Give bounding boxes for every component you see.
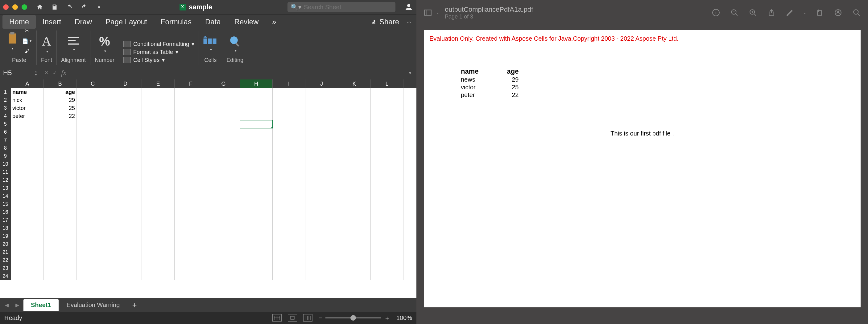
cell[interactable] <box>44 136 76 144</box>
cell[interactable] <box>338 144 371 152</box>
home-qat-button[interactable] <box>35 2 45 12</box>
cell[interactable] <box>273 272 305 280</box>
cell[interactable] <box>109 176 142 184</box>
cell[interactable] <box>240 176 273 184</box>
cell[interactable] <box>76 200 109 208</box>
cell[interactable] <box>44 128 76 136</box>
pdf-rotate-button[interactable] <box>814 7 825 18</box>
row-header[interactable]: 9 <box>0 152 11 160</box>
font-button[interactable]: A <box>42 34 51 53</box>
column-header-K[interactable]: K <box>338 79 371 88</box>
sheet-tab[interactable]: Evaluation Warning <box>59 299 127 311</box>
cell[interactable] <box>175 168 207 176</box>
cell[interactable] <box>338 128 371 136</box>
cell[interactable] <box>305 168 338 176</box>
cell[interactable] <box>109 120 142 128</box>
cell[interactable] <box>371 240 403 248</box>
cell[interactable] <box>76 208 109 216</box>
cell[interactable]: 25 <box>44 104 76 112</box>
cell[interactable] <box>142 232 175 240</box>
cell[interactable] <box>338 184 371 192</box>
cell[interactable] <box>371 96 403 104</box>
cell[interactable] <box>175 192 207 200</box>
cell[interactable] <box>273 184 305 192</box>
cell[interactable] <box>338 200 371 208</box>
cell[interactable] <box>371 88 403 96</box>
cell[interactable] <box>338 216 371 224</box>
column-header-F[interactable]: F <box>175 79 207 88</box>
cell[interactable]: victor <box>11 104 44 112</box>
row-header[interactable]: 5 <box>0 120 11 128</box>
cell[interactable] <box>109 112 142 120</box>
account-icon[interactable] <box>404 2 413 12</box>
cell[interactable] <box>305 264 338 272</box>
cell[interactable] <box>273 136 305 144</box>
column-header-C[interactable]: C <box>76 79 109 88</box>
cell[interactable] <box>142 160 175 168</box>
cell[interactable] <box>175 200 207 208</box>
cell[interactable] <box>240 88 273 96</box>
cell[interactable] <box>273 96 305 104</box>
cell[interactable] <box>142 216 175 224</box>
cell[interactable] <box>175 176 207 184</box>
cell[interactable] <box>11 128 44 136</box>
cell[interactable] <box>305 224 338 232</box>
cell[interactable]: 22 <box>44 112 76 120</box>
cell[interactable] <box>338 168 371 176</box>
cell[interactable] <box>11 208 44 216</box>
cell[interactable] <box>11 264 44 272</box>
cell[interactable] <box>109 160 142 168</box>
cell[interactable] <box>240 160 273 168</box>
cell-styles-button[interactable]: Cell Styles▾ <box>123 57 194 64</box>
cell[interactable] <box>240 224 273 232</box>
cell[interactable] <box>142 144 175 152</box>
cell[interactable] <box>109 256 142 264</box>
cell[interactable] <box>273 144 305 152</box>
cell[interactable] <box>76 232 109 240</box>
cell[interactable] <box>240 136 273 144</box>
cell[interactable] <box>371 152 403 160</box>
cell[interactable] <box>305 96 338 104</box>
normal-view-button[interactable] <box>272 314 282 322</box>
cell[interactable] <box>240 152 273 160</box>
cell[interactable] <box>76 248 109 256</box>
save-button[interactable] <box>49 2 60 12</box>
cell[interactable] <box>44 184 76 192</box>
tabs-overflow[interactable]: » <box>265 15 283 29</box>
row-header[interactable]: 6 <box>0 128 11 136</box>
select-all-cell[interactable] <box>0 79 11 88</box>
cell[interactable] <box>273 128 305 136</box>
cell[interactable] <box>207 192 240 200</box>
cell[interactable] <box>273 88 305 96</box>
cell[interactable] <box>273 160 305 168</box>
expand-formula-bar-button[interactable]: ▾ <box>409 71 416 75</box>
cell[interactable] <box>11 152 44 160</box>
cell[interactable] <box>109 200 142 208</box>
cell[interactable] <box>109 240 142 248</box>
cell[interactable] <box>109 88 142 96</box>
cell[interactable] <box>207 200 240 208</box>
cell[interactable] <box>207 256 240 264</box>
cell[interactable] <box>76 240 109 248</box>
cell[interactable] <box>76 152 109 160</box>
cell[interactable] <box>207 112 240 120</box>
cell[interactable] <box>207 168 240 176</box>
cell[interactable] <box>371 176 403 184</box>
cell[interactable] <box>338 136 371 144</box>
row-header[interactable]: 14 <box>0 192 11 200</box>
cell[interactable] <box>371 248 403 256</box>
cell[interactable] <box>175 248 207 256</box>
cell[interactable] <box>273 264 305 272</box>
search-sheet-box[interactable]: 🔍▾ <box>287 2 396 12</box>
cell[interactable] <box>207 104 240 112</box>
cell[interactable] <box>338 264 371 272</box>
cell[interactable] <box>142 272 175 280</box>
row-header[interactable]: 10 <box>0 160 11 168</box>
cell[interactable] <box>142 248 175 256</box>
column-header-G[interactable]: G <box>207 79 240 88</box>
cell[interactable] <box>305 200 338 208</box>
zoom-thumb[interactable] <box>350 315 356 321</box>
cell[interactable] <box>207 216 240 224</box>
cell[interactable] <box>273 112 305 120</box>
undo-button[interactable] <box>64 2 75 12</box>
